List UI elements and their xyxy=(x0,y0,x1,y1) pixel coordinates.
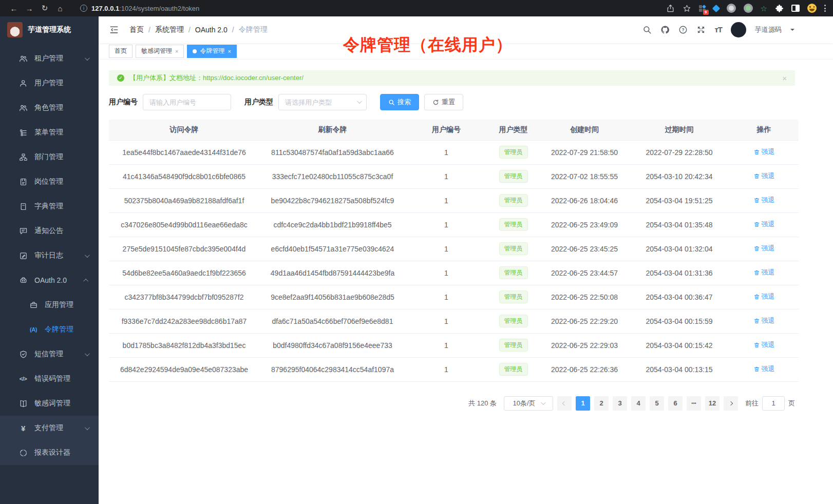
tab-令牌管理[interactable]: 令牌管理× xyxy=(187,45,236,58)
created-time-cell: 2022-06-25 23:45:25 xyxy=(540,237,629,261)
extension-cmd-icon[interactable] xyxy=(727,4,736,13)
chevron-up-icon xyxy=(83,278,88,283)
sidebar-item-oauth2-app[interactable]: 应用管理 xyxy=(0,293,99,317)
collapse-sidebar-icon[interactable] xyxy=(109,25,119,35)
sidebar-item-sms[interactable]: 短信管理 xyxy=(0,342,99,366)
page-size-select[interactable]: 10条/页 xyxy=(504,396,553,411)
page-button-6[interactable]: 6 xyxy=(668,396,683,411)
tab-close-icon[interactable]: × xyxy=(228,48,231,54)
force-logout-button[interactable]: 强退 xyxy=(753,268,775,277)
breadcrumb-item[interactable]: 系统管理 xyxy=(155,25,184,34)
emoji-extension-icon[interactable] xyxy=(807,4,817,13)
page-button-3[interactable]: 3 xyxy=(613,396,627,411)
user-caret-icon[interactable] xyxy=(790,29,794,33)
user-id-input[interactable] xyxy=(143,94,231,110)
breadcrumb-item[interactable]: OAuth 2.0 xyxy=(195,26,228,34)
page-ellipsis-button[interactable]: ••• xyxy=(687,396,701,411)
extension-gem-icon[interactable] xyxy=(712,4,720,12)
sidebar-item-tenant[interactable]: 租户管理 xyxy=(0,46,99,71)
force-logout-button[interactable]: 强退 xyxy=(753,220,775,229)
sidebar-item-oauth2-token[interactable]: (A) 令牌管理 xyxy=(0,317,99,342)
user-type-label: 用户类型 xyxy=(244,98,273,107)
share-icon[interactable] xyxy=(666,4,675,13)
app-logo[interactable]: 芋道管理系统 xyxy=(0,16,99,43)
app-icon xyxy=(29,300,38,309)
column-header: 访问令牌 xyxy=(109,120,259,140)
tab-首页[interactable]: 首页 xyxy=(109,45,132,58)
prev-page-button[interactable] xyxy=(557,396,572,411)
page-button-2[interactable]: 2 xyxy=(594,396,609,411)
refresh-token-cell: b0df4980ffd34c67a08f9156e4eee733 xyxy=(259,333,406,357)
extension-grid-icon[interactable]: 9 xyxy=(699,5,706,12)
expire-time-cell: 2054-03-04 19:51:25 xyxy=(629,188,729,212)
avatar[interactable] xyxy=(731,22,746,37)
force-logout-button[interactable]: 强退 xyxy=(753,316,775,325)
sidebar-item-label: 岗位管理 xyxy=(34,177,63,186)
access-token-cell: c347026e805e4d99b0d116eae66eda8c xyxy=(109,212,259,237)
browser-home-button[interactable]: ⌂ xyxy=(53,4,67,13)
tab-close-icon[interactable]: × xyxy=(175,48,178,54)
breadcrumb-item[interactable]: 首页 xyxy=(129,25,144,34)
sidebar-item-report-designer[interactable]: 报表设计器 xyxy=(0,440,99,465)
goto-page-input[interactable] xyxy=(762,396,785,411)
sidebar-item-role[interactable]: 角色管理 xyxy=(0,95,99,120)
sidebar-item-sensitive-word[interactable]: 敏感词管理 xyxy=(0,391,99,416)
created-time-cell: 2022-07-29 21:58:50 xyxy=(540,140,629,164)
force-logout-button[interactable]: 强退 xyxy=(753,340,775,350)
force-logout-button[interactable]: 强退 xyxy=(753,364,775,374)
fullscreen-icon[interactable] xyxy=(696,25,706,35)
access-token-cell: c342377bf8b344799dcbf7bf095287f2 xyxy=(109,285,259,309)
force-logout-button[interactable]: 强退 xyxy=(753,244,775,253)
help-icon[interactable]: ? xyxy=(678,25,688,35)
sidebar-item-user[interactable]: 用户管理 xyxy=(0,71,99,95)
sidebar-item-dept[interactable]: 部门管理 xyxy=(0,145,99,169)
browser-back-button[interactable]: ← xyxy=(7,4,21,13)
browser-menu-icon[interactable] xyxy=(824,5,826,12)
username[interactable]: 芋道源码 xyxy=(755,25,782,34)
sidebar-item-menu[interactable]: 菜单管理 xyxy=(0,120,99,145)
users-icon xyxy=(18,103,28,112)
extension-star-icon[interactable]: ☆ xyxy=(761,5,767,12)
sidebar-item-error-code[interactable]: </> 错误码管理 xyxy=(0,366,99,391)
alert-close-icon[interactable]: × xyxy=(782,74,787,83)
search-icon[interactable] xyxy=(642,25,652,35)
bookmark-star-icon[interactable] xyxy=(683,4,691,13)
sidebar-item-post[interactable]: 岗位管理 xyxy=(0,169,99,194)
column-header: 操作 xyxy=(729,120,799,140)
force-logout-button[interactable]: 强退 xyxy=(753,171,775,181)
extension-puzzle-icon[interactable] xyxy=(775,4,784,13)
page-button-4[interactable]: 4 xyxy=(631,396,646,411)
github-icon[interactable] xyxy=(660,25,670,35)
force-logout-button[interactable]: 强退 xyxy=(753,196,775,205)
sidebar-item-audit-log[interactable]: 审计日志 xyxy=(0,243,99,268)
force-logout-button[interactable]: 强退 xyxy=(753,292,775,301)
extension-dot-icon[interactable] xyxy=(744,4,753,13)
site-info-icon[interactable]: i xyxy=(80,5,87,12)
address-bar[interactable]: i 127.0.0.1:1024/system/oauth2/token xyxy=(80,5,199,12)
refresh-token-cell: cdfc4ce9c2da4bb1bdf21b9918ff4be5 xyxy=(259,212,406,237)
next-page-button[interactable] xyxy=(724,396,738,411)
oauth-icon xyxy=(18,276,28,285)
tab-敏感词管理[interactable]: 敏感词管理× xyxy=(136,45,184,58)
force-logout-button[interactable]: 强退 xyxy=(753,147,775,157)
access-token-cell: 6d842e2924594de9a09e45e087323abe xyxy=(109,357,259,381)
alert-link[interactable]: https://doc.iocoder.cn/user-center/ xyxy=(203,74,304,82)
user-id-cell: 1 xyxy=(406,140,487,164)
sidebar-item-dict[interactable]: 字典管理 xyxy=(0,194,99,219)
sidebar-item-pay[interactable]: ¥ 支付管理 xyxy=(0,416,99,440)
user-type-select[interactable] xyxy=(278,94,367,110)
shield-icon xyxy=(18,350,28,359)
browser-reload-button[interactable]: ↻ xyxy=(38,4,51,13)
sidebar-item-label: 支付管理 xyxy=(34,423,63,433)
page-button-1[interactable]: 1 xyxy=(576,396,590,411)
sidebar-item-notice[interactable]: 通知公告 xyxy=(0,219,99,243)
search-button[interactable]: 搜索 xyxy=(380,94,419,110)
reset-button[interactable]: 重置 xyxy=(424,94,463,110)
font-size-icon[interactable]: тT xyxy=(714,25,722,34)
browser-forward-button[interactable]: → xyxy=(23,4,36,13)
sidebar-toggle-icon[interactable] xyxy=(791,5,800,12)
page-button-5[interactable]: 5 xyxy=(650,396,664,411)
page-button-12[interactable]: 12 xyxy=(705,396,720,411)
sidebar-item-oauth2[interactable]: OAuth 2.0 xyxy=(0,268,99,293)
breadcrumb-separator: / xyxy=(232,26,234,34)
